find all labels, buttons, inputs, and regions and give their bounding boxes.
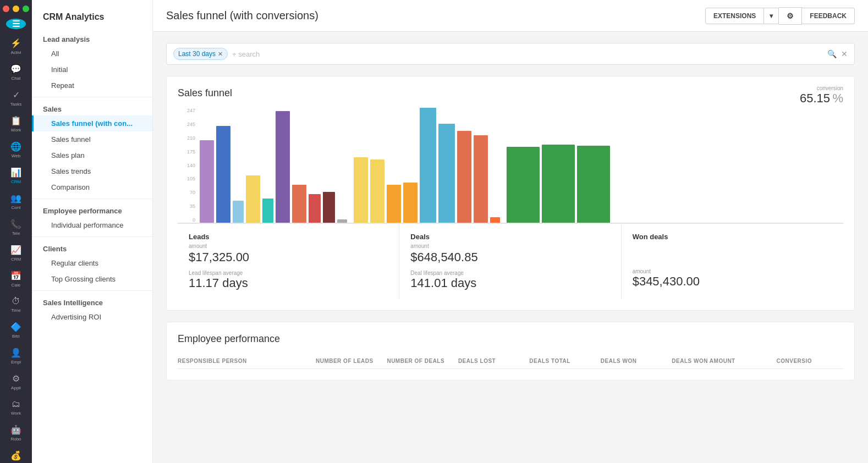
sidebar-item-sales-plan[interactable]: Sales plan — [32, 147, 152, 163]
crm-icon: 📊 — [10, 167, 21, 178]
extensions-button[interactable]: EXTENSIONS — [705, 8, 764, 24]
sidebar-item-crm[interactable]: 📊 CRM — [0, 163, 32, 189]
work-icon: 📋 — [10, 115, 21, 126]
header: Sales funnel (with conversions) EXTENSIO… — [153, 0, 868, 32]
web-icon: 🌐 — [10, 141, 21, 152]
filter-tag-close[interactable]: ✕ — [218, 51, 223, 58]
extensions-dropdown-button[interactable]: ▾ — [764, 8, 779, 24]
deals-lifespan: 141.01 days — [410, 276, 609, 290]
bar-leads-8 — [309, 194, 321, 223]
sidebar-item-tasks[interactable]: ✓ Tasks — [0, 85, 32, 111]
bar-leads-7 — [292, 185, 306, 223]
robots-icon: 🤖 — [10, 425, 21, 435]
won-deals-label: Won deals — [633, 233, 832, 241]
sidebar-item-time[interactable]: ⏱ Time — [0, 292, 32, 317]
apps-icon: ⚙ — [12, 373, 20, 384]
sidebar-item-apps[interactable]: ⚙ Appli — [0, 369, 32, 395]
col-responsible-person: RESPONSIBLE PERSON — [178, 358, 311, 364]
chat-icon: 💬 — [10, 64, 21, 74]
sidebar-item-bitrix[interactable]: 🔷 Bitri — [0, 317, 32, 343]
settings-button[interactable]: ⚙ — [779, 7, 802, 25]
tasks-icon: ✓ — [13, 90, 20, 100]
col-deals-won: DEALS WON — [601, 358, 667, 364]
time-icon: ⏱ — [12, 296, 20, 306]
clear-filter-icon[interactable]: ✕ — [841, 49, 848, 58]
page-title: Sales funnel (with conversions) — [166, 9, 318, 22]
sidebar-item-telephony[interactable]: 📞 Tele — [0, 214, 32, 240]
sidebar-item-regular-clients[interactable]: Regular clients — [32, 255, 152, 271]
stats-row: Leads amount $17,325.00 Lead lifespan av… — [178, 223, 843, 299]
filter-bar: Last 30 days ✕ + search 🔍 ✕ — [166, 43, 855, 65]
deals-lifespan-label: Deal lifespan average — [410, 270, 609, 276]
bar-deals-3 — [387, 185, 401, 223]
bar-won-1 — [507, 147, 540, 223]
deals-amount-label: amount — [410, 243, 609, 249]
sidebar-section-employee-performance[interactable]: Employee performance — [32, 202, 152, 217]
won-deals-amount: $345,430.00 — [633, 274, 832, 289]
bar-deals-1 — [354, 157, 368, 223]
calendar-icon: 📅 — [10, 271, 21, 281]
sidebar-item-work[interactable]: 📋 Work — [0, 111, 32, 137]
filter-search-placeholder[interactable]: + search — [232, 50, 823, 58]
col-number-of-leads: NUMBER OF LEADS — [316, 358, 382, 364]
conversion-value: 65.15 — [800, 91, 830, 105]
sidebar-item-sales-funnel[interactable]: Sales funnel — [32, 131, 152, 147]
sidebar-item-advertising-roi[interactable]: Advertising ROI — [32, 309, 152, 325]
sidebar-section-sales-intelligence[interactable]: Sales Intelligence — [32, 294, 152, 309]
sidebar-item-web[interactable]: 🌐 Web — [0, 137, 32, 163]
window-controls — [3, 5, 29, 12]
sidebar-section-clients[interactable]: Clients — [32, 240, 152, 255]
bar-deals-5 — [420, 108, 436, 223]
col-number-of-deals: NUMBER OF DEALS — [387, 358, 453, 364]
filter-icons: 🔍 ✕ — [827, 49, 848, 58]
bar-leads-2 — [216, 126, 230, 223]
sidebar-item-sales-funnel-conversions[interactable]: Sales funnel (with con... — [32, 115, 152, 131]
sidebar-item-repeat[interactable]: Repeat — [32, 78, 152, 93]
leads-lifespan: 11.17 days — [189, 276, 388, 290]
sidebar-item-workflow[interactable]: 🗂 Work — [0, 395, 32, 420]
conversion-label: conversion 65.15 % — [800, 85, 843, 106]
bar-deals-2 — [370, 159, 384, 223]
employees-icon: 👤 — [10, 348, 21, 358]
sidebar-item-activity[interactable]: ⚡ Activi — [0, 34, 32, 59]
dot-red — [3, 5, 9, 12]
workflow-icon: 🗂 — [12, 399, 20, 409]
sidebar-item-robots[interactable]: 🤖 Robo — [0, 420, 32, 446]
leads-amount-label: amount — [189, 243, 388, 249]
menu-toggle-button[interactable]: ☰ — [6, 19, 26, 29]
bar-deals-7 — [457, 131, 471, 223]
search-icon[interactable]: 🔍 — [827, 49, 837, 58]
stat-col-deals: Deals amount $648,540.85 Deal lifespan a… — [399, 224, 621, 299]
bar-deals-4 — [403, 183, 417, 223]
col-conversion: CONVERSIO — [777, 358, 843, 364]
sidebar-title: CRM Analytics — [32, 5, 152, 31]
sidebar-item-sales-trends[interactable]: Sales trends — [32, 163, 152, 179]
leads-label: Leads — [189, 233, 388, 241]
sidebar: CRM Analytics Lead analysis All Initial … — [32, 0, 153, 463]
sidebar-item-initial[interactable]: Initial — [32, 62, 152, 78]
sidebar-item-comparison[interactable]: Comparison — [32, 179, 152, 195]
bar-won-2 — [542, 145, 575, 223]
bar-deals-6 — [438, 124, 455, 223]
sidebar-section-lead-analysis[interactable]: Lead analysis — [32, 31, 152, 46]
leads-lifespan-label: Lead lifespan average — [189, 270, 388, 276]
content-area: Last 30 days ✕ + search 🔍 ✕ Sales funnel… — [153, 32, 868, 463]
sidebar-item-all[interactable]: All — [32, 46, 152, 62]
sidebar-item-employees[interactable]: 👤 Empl — [0, 343, 32, 369]
icon-bar: ☰ ⚡ Activi 💬 Chat ✓ Tasks 📋 Work 🌐 Web 📊… — [0, 0, 32, 463]
filter-tag-last30days[interactable]: Last 30 days ✕ — [173, 48, 228, 60]
sidebar-item-chat[interactable]: 💬 Chat — [0, 59, 32, 85]
sidebar-item-individual-performance[interactable]: Individual performance — [32, 217, 152, 233]
sidebar-section-sales[interactable]: Sales — [32, 101, 152, 115]
sidebar-item-top-grossing-clients[interactable]: Top Grossing clients — [32, 271, 152, 287]
sidebar-item-sales[interactable]: 💰 Sales — [0, 446, 32, 463]
feedback-button[interactable]: FEEDBACK — [802, 8, 855, 24]
deals-amount: $648,540.85 — [410, 250, 609, 264]
main-area: Sales funnel (with conversions) EXTENSIO… — [153, 0, 868, 463]
y-axis: 247 245 210 175 140 105 70 35 0 — [178, 108, 199, 223]
sidebar-item-contacts[interactable]: 👥 Cont — [0, 189, 32, 214]
sidebar-item-calendar[interactable]: 📅 Cale — [0, 266, 32, 292]
crm2-icon: 📈 — [10, 245, 21, 255]
chart-bars — [200, 108, 843, 223]
sidebar-item-crm2[interactable]: 📈 CRM — [0, 240, 32, 266]
